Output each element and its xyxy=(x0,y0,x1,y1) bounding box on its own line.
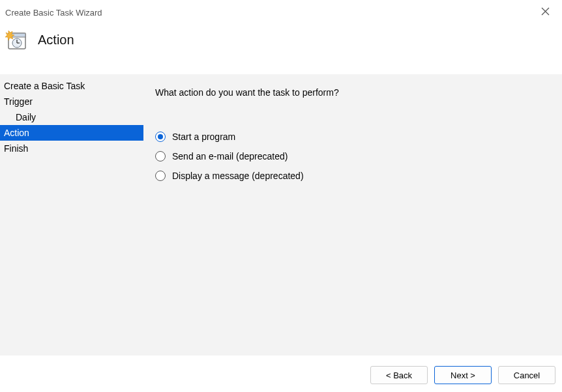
radio-icon xyxy=(155,151,166,161)
wizard-header: Action xyxy=(0,22,562,74)
cancel-button[interactable]: Cancel xyxy=(498,366,555,384)
titlebar: Create Basic Task Wizard xyxy=(0,0,562,22)
wizard-content: What action do you want the task to perf… xyxy=(143,74,562,356)
next-button[interactable]: Next > xyxy=(434,366,492,384)
radio-start-program[interactable]: Start a program xyxy=(155,132,549,142)
radio-label: Display a message (deprecated) xyxy=(172,171,304,181)
radio-icon xyxy=(155,132,166,142)
step-finish[interactable]: Finish xyxy=(0,141,143,156)
wizard-body: Create a Basic Task Trigger Daily Action… xyxy=(0,74,562,356)
wizard-footer: < Back Next > Cancel xyxy=(0,363,562,392)
radio-display-message[interactable]: Display a message (deprecated) xyxy=(155,171,549,181)
step-create-basic-task[interactable]: Create a Basic Task xyxy=(0,78,143,94)
window-title: Create Basic Task Wizard xyxy=(5,8,102,18)
page-title: Action xyxy=(38,33,74,48)
radio-send-email[interactable]: Send an e-mail (deprecated) xyxy=(155,151,549,161)
step-trigger-daily[interactable]: Daily xyxy=(0,109,143,125)
step-trigger[interactable]: Trigger xyxy=(0,94,143,109)
radio-icon xyxy=(155,171,166,181)
wizard-steps-sidebar: Create a Basic Task Trigger Daily Action… xyxy=(0,74,143,356)
radio-label: Send an e-mail (deprecated) xyxy=(172,151,288,161)
close-icon[interactable] xyxy=(537,7,553,18)
radio-label: Start a program xyxy=(172,132,235,142)
back-button[interactable]: < Back xyxy=(370,366,428,384)
scheduler-icon xyxy=(5,29,27,51)
action-question: What action do you want the task to perf… xyxy=(155,87,549,98)
step-action[interactable]: Action xyxy=(0,125,143,141)
